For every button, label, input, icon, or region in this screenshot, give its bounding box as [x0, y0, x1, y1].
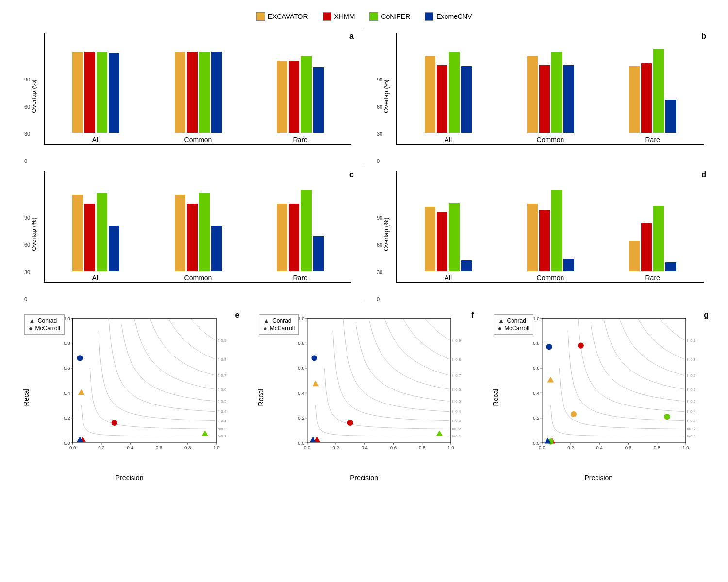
- bar-group-label: Rare: [293, 274, 308, 282]
- svg-text:f=0.8: f=0.8: [218, 357, 227, 362]
- svg-text:f=0.7: f=0.7: [218, 373, 227, 378]
- bar-group-common: Common: [499, 184, 602, 282]
- bar-xhmm: [84, 204, 95, 271]
- bar-group-label: All: [92, 136, 100, 144]
- legend-item-conifer: CoNIFER: [369, 12, 410, 21]
- bar-excavator: [72, 195, 83, 271]
- svg-text:0.8: 0.8: [64, 340, 70, 346]
- bar-exomecnv: [211, 226, 222, 271]
- scatter-y-label-f: Recall: [257, 388, 265, 406]
- bar-group-label: Common: [184, 136, 212, 144]
- svg-text:f=0.5: f=0.5: [452, 399, 461, 404]
- bar-group-label: Common: [537, 136, 564, 144]
- scatter-legend-shape-mccarroll: ●: [498, 324, 502, 332]
- y-axis-label-a: Overlap (%): [30, 79, 37, 113]
- bar-xhmm: [641, 223, 652, 271]
- svg-text:f=0.2: f=0.2: [218, 427, 227, 431]
- svg-text:0.8: 0.8: [533, 340, 539, 346]
- legend-label-excavator: EXCAVATOR: [268, 13, 308, 20]
- bar-group-label: All: [445, 274, 452, 282]
- bar-conifer: [653, 206, 664, 271]
- bar-group-bars: [527, 46, 574, 133]
- y-tick: 30: [24, 269, 30, 275]
- bar-panel-inner-c: AllCommonRare: [44, 171, 351, 283]
- scatter-svg-g: f=0.1f=0.2f=0.3f=0.4f=0.5f=0.6f=0.7f=0.8…: [515, 312, 704, 460]
- bar-excavator: [277, 61, 287, 133]
- bar-panel-inner-a: AllCommonRare: [44, 33, 351, 145]
- bar-excavator: [277, 204, 287, 271]
- bar-panel-inner-b: AllCommonRare: [396, 33, 704, 145]
- svg-text:f=0.3: f=0.3: [218, 419, 227, 423]
- svg-text:0.6: 0.6: [533, 365, 539, 371]
- legend-color-conifer: [369, 12, 378, 21]
- svg-text:0.2: 0.2: [567, 445, 574, 450]
- bar-group-rare: Rare: [601, 184, 704, 282]
- svg-text:1.0: 1.0: [448, 445, 454, 450]
- bar-group-all: All: [397, 46, 499, 144]
- bar-panel-c: Overlap (%)0306090cAllCommonRare: [15, 166, 361, 302]
- y-tick: 30: [377, 269, 382, 275]
- bar-exomecnv: [109, 53, 119, 133]
- scatter-point-mccarroll-xhmm: [112, 420, 117, 426]
- bar-exomecnv: [109, 226, 119, 271]
- y-ticks-a: 0306090: [24, 77, 30, 164]
- bar-group-label: Rare: [645, 274, 660, 282]
- svg-text:f=0.4: f=0.4: [218, 409, 227, 414]
- legend: EXCAVATORXHMMCoNIFERExomeCNV: [15, 12, 713, 21]
- svg-text:f=0.2: f=0.2: [452, 427, 461, 431]
- scatter-legend-shape-mccarroll: ●: [29, 324, 33, 332]
- bar-group-common: Common: [499, 46, 602, 144]
- bar-group-common: Common: [147, 46, 249, 144]
- bar-group-all: All: [397, 184, 499, 282]
- legend-label-conifer: CoNIFER: [381, 13, 410, 20]
- y-tick: 60: [24, 104, 30, 110]
- scatter-y-label-g: Recall: [492, 388, 499, 406]
- scatter-section: e▲Conrad●McCarrollRecallPrecisionf=0.1f=…: [15, 307, 713, 486]
- scatter-y-label-e: Recall: [22, 388, 30, 406]
- bar-group-bars: [425, 46, 472, 133]
- bar-group-all: All: [45, 46, 147, 144]
- bar-group-bars: [629, 184, 676, 271]
- bar-conifer: [301, 190, 312, 271]
- bar-exomecnv: [563, 65, 574, 133]
- legend-color-exomecnv: [425, 12, 433, 21]
- scatter-legend-shape-mccarroll: ●: [263, 324, 267, 332]
- svg-text:0.0: 0.0: [69, 445, 76, 450]
- svg-text:f=0.3: f=0.3: [452, 419, 461, 423]
- bar-exomecnv: [313, 236, 324, 271]
- bar-group-rare: Rare: [601, 46, 704, 144]
- bar-group-bars: [425, 184, 472, 271]
- svg-text:0.4: 0.4: [127, 445, 134, 450]
- scatter-point-mccarroll-excavator: [570, 411, 576, 417]
- svg-text:1.0: 1.0: [298, 316, 305, 321]
- bar-exomecnv: [665, 100, 676, 133]
- bar-group-label: Rare: [293, 136, 308, 144]
- svg-text:f=0.9: f=0.9: [687, 339, 695, 343]
- bar-exomecnv: [211, 52, 222, 133]
- svg-text:f=0.6: f=0.6: [452, 388, 461, 392]
- svg-text:f=0.1: f=0.1: [452, 434, 461, 438]
- bar-row-bottom: Overlap (%)0306090cAllCommonRareOverlap …: [15, 166, 713, 302]
- svg-text:f=0.5: f=0.5: [687, 399, 695, 404]
- scatter-svg-f: f=0.1f=0.2f=0.3f=0.4f=0.5f=0.6f=0.7f=0.8…: [281, 312, 469, 460]
- bar-group-rare: Rare: [249, 46, 351, 144]
- bar-conifer: [551, 190, 562, 271]
- y-tick: 0: [377, 158, 382, 164]
- bar-conifer: [301, 56, 312, 133]
- y-tick: 90: [377, 77, 382, 82]
- scatter-inner-e: f=0.1f=0.2f=0.3f=0.4f=0.5f=0.6f=0.7f=0.8…: [46, 312, 234, 460]
- y-tick: 60: [24, 242, 30, 248]
- svg-text:0.2: 0.2: [298, 415, 305, 420]
- scatter-point-mccarroll-exomecnv: [546, 344, 552, 350]
- bar-conifer: [653, 49, 664, 133]
- bar-excavator: [175, 195, 185, 271]
- svg-text:0.6: 0.6: [64, 365, 70, 371]
- bar-group-bars: [527, 184, 574, 271]
- y-tick: 60: [377, 242, 382, 248]
- bar-xhmm: [539, 210, 550, 271]
- svg-text:0.8: 0.8: [419, 445, 425, 450]
- y-axis-label-b: Overlap (%): [382, 79, 390, 113]
- bar-exomecnv: [313, 67, 324, 133]
- scatter-panel-f: f▲Conrad●McCarrollRecallPrecisionf=0.1f=…: [249, 307, 479, 486]
- svg-text:f=0.6: f=0.6: [687, 388, 695, 392]
